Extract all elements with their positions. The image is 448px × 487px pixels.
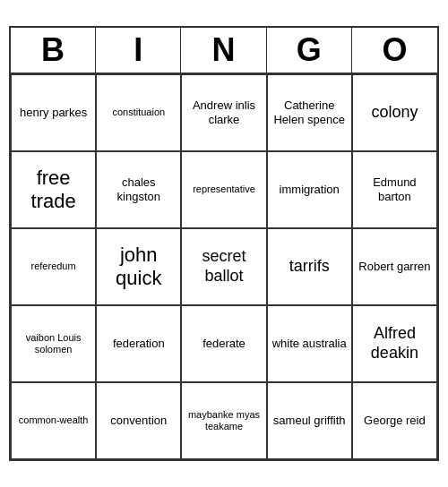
bingo-cell-5: free trade [11, 151, 96, 228]
bingo-cell-12: secret ballot [181, 228, 266, 305]
bingo-cell-9: Edmund barton [352, 151, 437, 228]
bingo-cell-3: Catherine Helen spence [267, 74, 352, 151]
letter-b: B [11, 28, 96, 73]
bingo-cell-13: tarrifs [267, 228, 352, 305]
bingo-cell-17: federate [181, 305, 266, 382]
bingo-cell-2: Andrew inlis clarke [181, 74, 266, 151]
bingo-cell-18: white australia [267, 305, 352, 382]
bingo-cell-6: chales kingston [96, 151, 181, 228]
bingo-header: B I N G O [11, 28, 437, 74]
bingo-cell-24: George reid [352, 382, 437, 459]
bingo-cell-11: john quick [96, 228, 181, 305]
bingo-grid: henry parkesconstituaionAndrew inlis cla… [11, 74, 437, 459]
bingo-cell-1: constituaion [96, 74, 181, 151]
letter-i: I [96, 28, 181, 73]
letter-n: N [181, 28, 266, 73]
bingo-cell-14: Robert garren [352, 228, 437, 305]
bingo-cell-0: henry parkes [11, 74, 96, 151]
bingo-cell-4: colony [352, 74, 437, 151]
bingo-cell-8: immigration [267, 151, 352, 228]
bingo-cell-7: representative [181, 151, 266, 228]
bingo-cell-10: referedum [11, 228, 96, 305]
letter-g: G [267, 28, 352, 73]
letter-o: O [352, 28, 437, 73]
bingo-cell-15: vaibon Louis solomen [11, 305, 96, 382]
bingo-cell-21: convention [96, 382, 181, 459]
bingo-cell-19: Alfred deakin [352, 305, 437, 382]
bingo-cell-22: maybanke myas teakame [181, 382, 266, 459]
bingo-card: B I N G O henry parkesconstituaionAndrew… [9, 26, 439, 461]
bingo-cell-20: common-wealth [11, 382, 96, 459]
bingo-cell-23: sameul griffith [267, 382, 352, 459]
bingo-cell-16: federation [96, 305, 181, 382]
